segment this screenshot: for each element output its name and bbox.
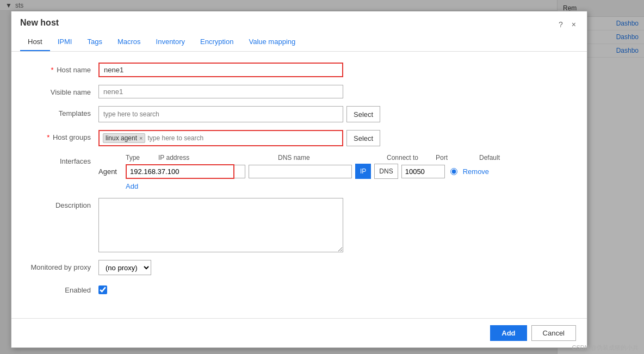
agent-label: Agent <box>98 167 126 176</box>
tab-value-mapping[interactable]: Value mapping <box>241 33 303 51</box>
modal-footer: Add Cancel <box>11 318 587 347</box>
modal-overlay: New host Host IPMI Tags Macros Inventory… <box>0 0 644 354</box>
col-ip-header: IP address <box>158 154 278 162</box>
host-groups-select-button[interactable]: Select <box>346 130 380 146</box>
agent-interface-row: Agent IP DNS Remove <box>98 164 571 179</box>
visible-name-input[interactable] <box>98 85 343 98</box>
proxy-label: Monitored by proxy <box>28 260 98 271</box>
description-label: Description <box>28 198 98 209</box>
visible-name-row: Visible name <box>28 85 571 98</box>
hostname-input[interactable] <box>98 63 343 77</box>
tab-inventory[interactable]: Inventory <box>148 33 193 51</box>
add-button[interactable]: Add <box>490 325 527 341</box>
new-host-modal: New host Host IPMI Tags Macros Inventory… <box>11 11 587 348</box>
default-radio[interactable] <box>450 168 457 175</box>
modal-body: * Host name Visible name Templates Selec… <box>11 52 587 313</box>
interfaces-label: Interfaces <box>28 154 98 165</box>
interfaces-container: Type IP address DNS name Connect to Port… <box>98 154 571 190</box>
col-dns-header: DNS name <box>278 154 387 162</box>
tag-remove-icon[interactable]: × <box>139 135 143 141</box>
hostname-label-text: Host name <box>57 66 91 74</box>
description-textarea[interactable] <box>98 198 343 252</box>
modal-header-left: New host Host IPMI Tags Macros Inventory… <box>20 18 303 51</box>
tag-linux-agent: linux agent × <box>103 133 145 143</box>
dns-input[interactable] <box>249 165 352 178</box>
page-background: ▼ sts Rem win10 Dashbo s 21 Dashbo s 25 … <box>0 0 644 354</box>
tab-encryption[interactable]: Encryption <box>193 33 241 51</box>
enabled-checkbox[interactable] <box>98 285 107 294</box>
proxy-select[interactable]: (no proxy) <box>98 260 151 275</box>
enabled-row: Enabled <box>28 283 571 294</box>
tab-ipmi[interactable]: IPMI <box>50 33 80 51</box>
visible-name-label: Visible name <box>28 85 98 96</box>
ip-input[interactable] <box>126 164 234 179</box>
templates-label: Templates <box>28 106 98 117</box>
proxy-row: Monitored by proxy (no proxy) <box>28 260 571 275</box>
port-input[interactable] <box>401 165 445 178</box>
connect-ip-button[interactable]: IP <box>355 164 371 179</box>
hostname-label: * Host name <box>28 63 98 74</box>
tab-host[interactable]: Host <box>20 33 50 51</box>
col-type-header: Type <box>126 154 158 162</box>
templates-row: Templates Select <box>28 106 571 122</box>
connect-dns-button[interactable]: DNS <box>374 164 398 179</box>
tab-macros[interactable]: Macros <box>110 33 148 51</box>
tag-label: linux agent <box>106 134 137 142</box>
host-groups-label-text: Host groups <box>53 133 91 141</box>
col-connect-header: Connect to <box>387 154 436 162</box>
modal-header: New host Host IPMI Tags Macros Inventory… <box>11 11 587 52</box>
col-default-header: Default <box>479 154 517 162</box>
host-groups-search-input[interactable] <box>147 134 339 142</box>
host-groups-row: * Host groups linux agent × Select <box>28 130 571 146</box>
enabled-label: Enabled <box>28 283 98 294</box>
required-mark-groups: * <box>47 133 49 141</box>
col-port-header: Port <box>436 154 479 162</box>
modal-title: New host <box>20 18 303 28</box>
help-button[interactable]: ? <box>556 19 565 30</box>
tabs: Host IPMI Tags Macros Inventory Encrypti… <box>20 33 303 51</box>
remove-interface-link[interactable]: Remove <box>463 167 489 176</box>
hostname-row: * Host name <box>28 63 571 77</box>
modal-controls: ? × <box>556 19 578 30</box>
add-interface-link[interactable]: Add <box>126 182 138 190</box>
tab-tags[interactable]: Tags <box>79 33 109 51</box>
templates-input[interactable] <box>98 106 343 122</box>
interfaces-row: Interfaces Type IP address DNS name Conn… <box>28 154 571 190</box>
watermark: CSDN @伪装成猪的小兵 <box>572 344 639 352</box>
cancel-button[interactable]: Cancel <box>531 325 576 341</box>
host-groups-label: * Host groups <box>28 130 98 141</box>
required-mark-hostname: * <box>51 66 53 74</box>
host-groups-input[interactable]: linux agent × <box>98 130 343 146</box>
templates-select-button[interactable]: Select <box>346 106 380 122</box>
close-button[interactable]: × <box>569 19 578 30</box>
ip-input-extra[interactable] <box>234 165 245 178</box>
description-row: Description <box>28 198 571 252</box>
interfaces-header: Type IP address DNS name Connect to Port… <box>98 154 571 162</box>
